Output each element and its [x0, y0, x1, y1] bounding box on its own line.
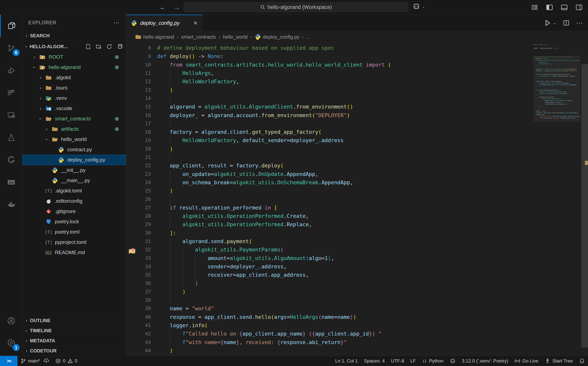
- activity-item-run-debug[interactable]: [0, 59, 22, 82]
- tree-item-artifacts[interactable]: ›artifacts: [23, 124, 126, 134]
- activity-item-extensions[interactable]: [0, 82, 22, 104]
- tree-item-ROOT[interactable]: ›ROOT: [23, 52, 126, 62]
- code-line-42[interactable]: 42 f"Called hello on {app_client.app_nam…: [126, 329, 588, 338]
- collapse-all-icon[interactable]: [117, 44, 123, 50]
- activity-item-explorer[interactable]: [0, 15, 22, 37]
- tree-item-.gitignore[interactable]: .gitignore: [23, 206, 126, 216]
- code-line-41[interactable]: 41 logger.info(: [126, 321, 588, 329]
- section-search[interactable]: › SEARCH: [23, 30, 126, 41]
- new-file-icon[interactable]: [85, 44, 91, 50]
- status-language-mode[interactable]: {}Python: [419, 356, 447, 366]
- status-encoding[interactable]: UTF-8: [388, 356, 407, 366]
- code-line-39[interactable]: 39 name = "world": [126, 304, 588, 313]
- customize-layout-icon[interactable]: [531, 4, 538, 11]
- refresh-icon[interactable]: [106, 44, 112, 50]
- activity-item-testing[interactable]: [0, 126, 22, 149]
- tab-deploy-config[interactable]: deploy_config.py ✕: [126, 15, 202, 31]
- code-line-17[interactable]: 17: [126, 119, 588, 128]
- section-timeline[interactable]: ›TIMELINE: [23, 325, 126, 336]
- scrollbar-thumb[interactable]: [581, 64, 588, 348]
- code-line-20[interactable]: 20 ): [126, 145, 588, 153]
- problems-status[interactable]: 0 0: [52, 356, 80, 366]
- nav-back-icon[interactable]: ←: [159, 3, 166, 11]
- code-line-12[interactable]: 12 HelloWorldFactory,: [126, 77, 588, 86]
- activity-item-dotenv[interactable]: .ENV: [0, 171, 22, 193]
- breadcrumb-item-deploy_config.py[interactable]: deploy_config.py: [255, 34, 299, 40]
- code-line-9[interactable]: 9def deploy() -> None:: [126, 52, 588, 60]
- status-eol[interactable]: LF: [407, 356, 419, 366]
- tree-item-.venv[interactable]: ›.venv: [23, 93, 126, 103]
- tree-item-README.md[interactable]: README.md: [23, 247, 126, 258]
- tree-item-.algokit[interactable]: ›.algokit: [23, 72, 126, 83]
- code-line-28[interactable]: 28 algokit_utils.OperationPerformed.Crea…: [126, 212, 588, 220]
- code-line-43[interactable]: 43 f"with name={name}, received: {respon…: [126, 338, 588, 346]
- tree-item-.tours[interactable]: ›.tours: [23, 83, 126, 93]
- code-line-38[interactable]: 38: [126, 296, 588, 304]
- status-go-live[interactable]: Go Live: [511, 356, 541, 366]
- status-notifications[interactable]: [576, 356, 588, 366]
- tree-item-.vscode[interactable]: ›.vscode: [23, 103, 126, 114]
- breadcrumb-item-...[interactable]: ...: [306, 34, 310, 40]
- code-line-23[interactable]: 23 on_update=algokit_utils.OnUpdate.Appe…: [126, 170, 588, 178]
- code-line-10[interactable]: 10 from smart_contracts.artifacts.hello_…: [126, 61, 588, 69]
- new-folder-icon[interactable]: [96, 44, 102, 50]
- code-line-37[interactable]: 37 ): [126, 288, 588, 296]
- code-line-40[interactable]: 40 response = app_client.send.hello(args…: [126, 313, 588, 321]
- nav-forward-icon[interactable]: →: [174, 3, 180, 11]
- command-center-search[interactable]: hello-algorand (Workspace): [184, 2, 408, 12]
- tree-item-.algokit.toml[interactable]: [T].algokit.toml: [23, 186, 126, 196]
- code-line-27[interactable]: 27 if result.operation_performed in [: [126, 204, 588, 212]
- code-line-15[interactable]: 15 algorand = algokit_utils.AlgorandClie…: [126, 103, 588, 111]
- editor-more-actions-icon[interactable]: ⋯: [576, 19, 583, 27]
- tree-item-deploy_config.py[interactable]: deploy_config.py: [23, 155, 126, 165]
- code-line-35[interactable]: 35 receiver=app_client.app_address,: [126, 271, 588, 279]
- section-outline[interactable]: ›OUTLINE: [23, 315, 126, 325]
- tab-close-icon[interactable]: ✕: [193, 20, 198, 26]
- tree-item-poetry.lock[interactable]: poetry.lock: [23, 216, 126, 227]
- status-python-interpreter[interactable]: 3.12.0 ('.venv': Poetry): [459, 356, 511, 366]
- code-line-24[interactable]: 24 on_schema_break=algokit_utils.OnSchem…: [126, 178, 588, 187]
- breadcrumb-item-smart_contracts[interactable]: smart_contracts: [181, 34, 216, 40]
- tree-item-.editorconfig[interactable]: .editorconfig: [23, 196, 126, 206]
- code-line-25[interactable]: 25 ): [126, 187, 588, 195]
- copilot-chevron-icon[interactable]: ⌄: [422, 4, 425, 9]
- tree-item-poetry.toml[interactable]: [T]poetry.toml: [23, 227, 126, 237]
- copilot-icon[interactable]: [413, 3, 420, 10]
- code-line-21[interactable]: 21: [126, 153, 588, 161]
- code-line-33[interactable]: 33 amount=algokit_utils.AlgoAmount(algo=…: [126, 254, 588, 262]
- run-python-file-icon[interactable]: [544, 19, 551, 27]
- code-line-18[interactable]: 18 factory = algorand.client.get_typed_a…: [126, 128, 588, 136]
- tree-item-pyproject.toml[interactable]: [T]pyproject.toml: [23, 237, 126, 247]
- section-codetour[interactable]: ›CODETOUR: [23, 346, 126, 356]
- section-metadata[interactable]: ›METADATA: [23, 336, 126, 346]
- status-cursor-position[interactable]: Ln 1, Col 1: [332, 356, 361, 366]
- code-line-8[interactable]: 8# define deployment behaviour based on …: [126, 44, 588, 52]
- code-line-29[interactable]: 29 algokit_utils.OperationPerformed.Repl…: [126, 220, 588, 229]
- activity-item-gitlens[interactable]: [0, 149, 22, 171]
- code-line-31[interactable]: 31 algorand.send.payment(: [126, 237, 588, 245]
- code-line-13[interactable]: 13 ): [126, 86, 588, 94]
- git-branch-status[interactable]: main*: [17, 356, 52, 366]
- breadcrumb-item-hello-algorand[interactable]: hello-algorand: [135, 34, 174, 40]
- activity-item-account[interactable]: [0, 310, 22, 332]
- activity-item-remote-explorer[interactable]: [0, 104, 22, 126]
- editor-scrollbar[interactable]: [581, 44, 588, 356]
- code-line-19[interactable]: 19 HelloWorldFactory, default_sender=dep…: [126, 136, 588, 145]
- toggle-sidebar-icon[interactable]: [546, 4, 553, 11]
- activity-item-source-control[interactable]: 6: [0, 37, 22, 59]
- code-line-11[interactable]: 11 HelloArgs,: [126, 69, 588, 77]
- tree-item-smart_contracts[interactable]: ›smart_contracts: [23, 114, 126, 124]
- code-line-16[interactable]: 16 deployer_ = algorand.account.from_env…: [126, 111, 588, 119]
- code-line-30[interactable]: 30 ]:: [126, 229, 588, 237]
- code-line-34[interactable]: 34 sender=deployer_.address,: [126, 262, 588, 271]
- remote-indicator[interactable]: ><: [0, 356, 17, 366]
- status-start-tree[interactable]: Start Tree: [541, 356, 576, 366]
- tree-item-hello_world[interactable]: ›hello_world: [23, 134, 126, 145]
- code-line-32[interactable]: 32 algokit_utils.PaymentParams(: [126, 245, 588, 254]
- code-line-22[interactable]: 22 app_client, result = factory.deploy(: [126, 161, 588, 170]
- code-line-26[interactable]: 26: [126, 195, 588, 203]
- status-copilot[interactable]: [447, 356, 459, 366]
- activity-item-settings[interactable]: 1: [0, 332, 22, 354]
- explorer-more-actions-icon[interactable]: ⋯: [114, 19, 120, 26]
- code-line-14[interactable]: 14: [126, 94, 588, 103]
